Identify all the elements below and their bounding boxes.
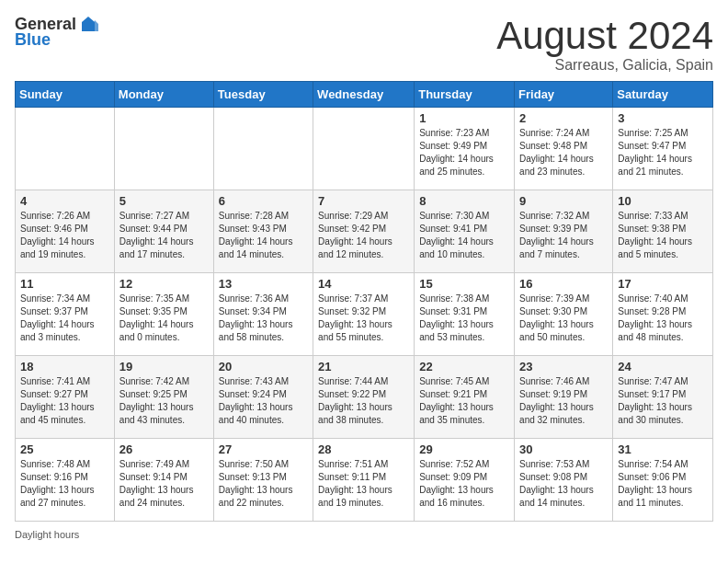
day-info: Sunrise: 7:36 AM Sunset: 9:34 PM Dayligh… xyxy=(219,293,308,344)
day-info: Sunrise: 7:29 AM Sunset: 9:42 PM Dayligh… xyxy=(318,210,409,261)
calendar-cell: 11Sunrise: 7:34 AM Sunset: 9:37 PM Dayli… xyxy=(16,273,115,356)
day-info: Sunrise: 7:44 AM Sunset: 9:22 PM Dayligh… xyxy=(318,375,409,427)
logo-blue-text: Blue xyxy=(15,31,51,50)
day-number: 24 xyxy=(618,360,708,373)
calendar-cell: 1Sunrise: 7:23 AM Sunset: 9:49 PM Daylig… xyxy=(415,108,515,190)
logo: General Blue xyxy=(15,15,98,50)
day-info: Sunrise: 7:51 AM Sunset: 9:11 PM Dayligh… xyxy=(318,458,409,510)
day-number: 29 xyxy=(419,442,509,456)
weekday-header-thursday: Thursday xyxy=(415,82,515,108)
day-number: 5 xyxy=(119,194,209,208)
day-number: 14 xyxy=(318,277,409,291)
calendar-cell: 19Sunrise: 7:42 AM Sunset: 9:25 PM Dayli… xyxy=(114,356,213,439)
calendar-cell xyxy=(213,108,313,190)
weekday-header-saturday: Saturday xyxy=(613,82,713,108)
day-number: 8 xyxy=(419,194,509,208)
day-info: Sunrise: 7:26 AM Sunset: 9:46 PM Dayligh… xyxy=(20,210,109,261)
day-number: 4 xyxy=(20,194,109,208)
day-number: 3 xyxy=(618,111,708,125)
calendar-cell: 12Sunrise: 7:35 AM Sunset: 9:35 PM Dayli… xyxy=(114,273,213,356)
day-info: Sunrise: 7:42 AM Sunset: 9:25 PM Dayligh… xyxy=(119,375,209,427)
day-info: Sunrise: 7:53 AM Sunset: 9:08 PM Dayligh… xyxy=(519,458,608,510)
calendar-cell: 31Sunrise: 7:54 AM Sunset: 9:06 PM Dayli… xyxy=(613,439,713,522)
calendar-cell xyxy=(114,108,213,190)
day-info: Sunrise: 7:23 AM Sunset: 9:49 PM Dayligh… xyxy=(419,127,509,178)
day-number: 16 xyxy=(519,277,608,291)
day-info: Sunrise: 7:33 AM Sunset: 9:38 PM Dayligh… xyxy=(618,210,708,261)
week-row-4: 18Sunrise: 7:41 AM Sunset: 9:27 PM Dayli… xyxy=(16,356,713,439)
day-number: 30 xyxy=(519,442,608,456)
calendar-cell: 25Sunrise: 7:48 AM Sunset: 9:16 PM Dayli… xyxy=(16,439,115,522)
calendar-cell: 23Sunrise: 7:46 AM Sunset: 9:19 PM Dayli… xyxy=(515,356,613,439)
daylight-label: Daylight hours xyxy=(15,529,79,540)
calendar-cell: 6Sunrise: 7:28 AM Sunset: 9:43 PM Daylig… xyxy=(213,190,313,273)
weekday-header-sunday: Sunday xyxy=(16,82,115,108)
day-info: Sunrise: 7:50 AM Sunset: 9:13 PM Dayligh… xyxy=(219,458,308,510)
day-info: Sunrise: 7:27 AM Sunset: 9:44 PM Dayligh… xyxy=(119,210,209,261)
logo-icon xyxy=(78,15,98,35)
calendar-subtitle: Sarreaus, Galicia, Spain xyxy=(496,57,713,74)
day-number: 20 xyxy=(219,360,308,373)
day-number: 21 xyxy=(318,360,409,373)
day-info: Sunrise: 7:39 AM Sunset: 9:30 PM Dayligh… xyxy=(519,293,608,344)
day-number: 12 xyxy=(119,277,209,291)
weekday-header-monday: Monday xyxy=(114,82,213,108)
calendar-cell: 27Sunrise: 7:50 AM Sunset: 9:13 PM Dayli… xyxy=(213,439,313,522)
day-info: Sunrise: 7:34 AM Sunset: 9:37 PM Dayligh… xyxy=(20,293,109,344)
weekday-header-wednesday: Wednesday xyxy=(313,82,415,108)
day-info: Sunrise: 7:38 AM Sunset: 9:31 PM Dayligh… xyxy=(419,293,509,344)
header: General Blue August 2024 Sarreaus, Galic… xyxy=(15,15,713,74)
day-number: 28 xyxy=(318,442,409,456)
calendar-title: August 2024 xyxy=(496,15,713,57)
calendar-cell: 21Sunrise: 7:44 AM Sunset: 9:22 PM Dayli… xyxy=(313,356,415,439)
calendar-cell: 10Sunrise: 7:33 AM Sunset: 9:38 PM Dayli… xyxy=(613,190,713,273)
calendar-cell: 8Sunrise: 7:30 AM Sunset: 9:41 PM Daylig… xyxy=(415,190,515,273)
calendar-cell: 17Sunrise: 7:40 AM Sunset: 9:28 PM Dayli… xyxy=(613,273,713,356)
day-info: Sunrise: 7:48 AM Sunset: 9:16 PM Dayligh… xyxy=(20,458,109,510)
day-number: 1 xyxy=(419,111,509,125)
calendar-table: SundayMondayTuesdayWednesdayThursdayFrid… xyxy=(15,81,713,522)
day-number: 31 xyxy=(618,442,708,456)
day-number: 19 xyxy=(119,360,209,373)
day-number: 13 xyxy=(219,277,308,291)
weekday-header-friday: Friday xyxy=(515,82,613,108)
day-number: 7 xyxy=(318,194,409,208)
calendar-cell: 9Sunrise: 7:32 AM Sunset: 9:39 PM Daylig… xyxy=(515,190,613,273)
day-info: Sunrise: 7:32 AM Sunset: 9:39 PM Dayligh… xyxy=(519,210,608,261)
calendar-cell: 3Sunrise: 7:25 AM Sunset: 9:47 PM Daylig… xyxy=(613,108,713,190)
week-row-2: 4Sunrise: 7:26 AM Sunset: 9:46 PM Daylig… xyxy=(16,190,713,273)
day-info: Sunrise: 7:46 AM Sunset: 9:19 PM Dayligh… xyxy=(519,375,608,427)
day-info: Sunrise: 7:24 AM Sunset: 9:48 PM Dayligh… xyxy=(519,127,608,178)
day-number: 22 xyxy=(419,360,509,373)
day-info: Sunrise: 7:41 AM Sunset: 9:27 PM Dayligh… xyxy=(20,375,109,427)
week-row-3: 11Sunrise: 7:34 AM Sunset: 9:37 PM Dayli… xyxy=(16,273,713,356)
calendar-cell: 2Sunrise: 7:24 AM Sunset: 9:48 PM Daylig… xyxy=(515,108,613,190)
calendar-cell: 15Sunrise: 7:38 AM Sunset: 9:31 PM Dayli… xyxy=(415,273,515,356)
calendar-cell: 5Sunrise: 7:27 AM Sunset: 9:44 PM Daylig… xyxy=(114,190,213,273)
day-info: Sunrise: 7:40 AM Sunset: 9:28 PM Dayligh… xyxy=(618,293,708,344)
calendar-cell: 18Sunrise: 7:41 AM Sunset: 9:27 PM Dayli… xyxy=(16,356,115,439)
day-info: Sunrise: 7:35 AM Sunset: 9:35 PM Dayligh… xyxy=(119,293,209,344)
day-number: 17 xyxy=(618,277,708,291)
calendar-cell: 30Sunrise: 7:53 AM Sunset: 9:08 PM Dayli… xyxy=(515,439,613,522)
day-info: Sunrise: 7:25 AM Sunset: 9:47 PM Dayligh… xyxy=(618,127,708,178)
calendar-cell: 28Sunrise: 7:51 AM Sunset: 9:11 PM Dayli… xyxy=(313,439,415,522)
calendar-cell: 20Sunrise: 7:43 AM Sunset: 9:24 PM Dayli… xyxy=(213,356,313,439)
day-info: Sunrise: 7:47 AM Sunset: 9:17 PM Dayligh… xyxy=(618,375,708,427)
day-number: 6 xyxy=(219,194,308,208)
week-row-5: 25Sunrise: 7:48 AM Sunset: 9:16 PM Dayli… xyxy=(16,439,713,522)
day-number: 11 xyxy=(20,277,109,291)
day-number: 25 xyxy=(20,442,109,456)
day-number: 9 xyxy=(519,194,608,208)
day-number: 2 xyxy=(519,111,608,125)
day-info: Sunrise: 7:28 AM Sunset: 9:43 PM Dayligh… xyxy=(219,210,308,261)
calendar-cell: 16Sunrise: 7:39 AM Sunset: 9:30 PM Dayli… xyxy=(515,273,613,356)
day-number: 15 xyxy=(419,277,509,291)
calendar-cell: 29Sunrise: 7:52 AM Sunset: 9:09 PM Dayli… xyxy=(415,439,515,522)
weekday-header-tuesday: Tuesday xyxy=(213,82,313,108)
day-info: Sunrise: 7:49 AM Sunset: 9:14 PM Dayligh… xyxy=(119,458,209,510)
calendar-cell: 4Sunrise: 7:26 AM Sunset: 9:46 PM Daylig… xyxy=(16,190,115,273)
day-number: 26 xyxy=(119,442,209,456)
footer: Daylight hours xyxy=(15,529,713,540)
day-number: 27 xyxy=(219,442,308,456)
